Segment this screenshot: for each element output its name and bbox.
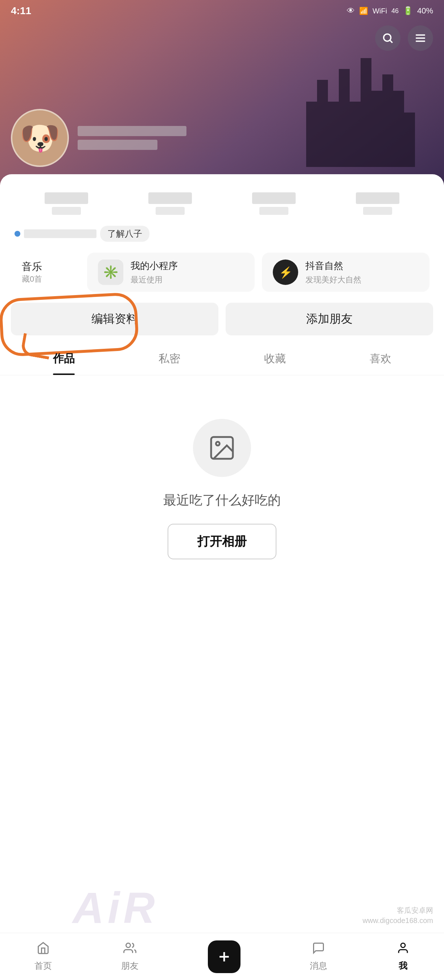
stats-row	[0, 185, 444, 222]
tab-private[interactable]: 私密	[116, 343, 222, 375]
svg-point-6	[216, 442, 219, 445]
friends-icon	[123, 942, 136, 958]
stat-likes-label	[259, 207, 289, 215]
music-widget[interactable]: 音乐 藏0首	[11, 253, 83, 292]
wifi-icon: WiFi	[373, 7, 387, 15]
stat-followers-label	[155, 207, 185, 215]
mini-app-1-icon: ✳️	[98, 259, 123, 285]
svg-line-1	[390, 41, 392, 43]
note-tag[interactable]: 了解八子	[100, 226, 149, 242]
search-button[interactable]	[375, 25, 400, 51]
nav-friends-label: 朋友	[121, 960, 139, 972]
mini-app-2[interactable]: ⚡ 抖音自然 发现美好大自然	[262, 253, 430, 292]
user-info-row: 🐶	[11, 109, 186, 167]
eye-icon: 👁	[347, 6, 355, 16]
username-blur	[78, 126, 186, 136]
mini-app-2-info: 抖音自然 发现美好大自然	[305, 259, 361, 285]
status-icons: 👁 📶 WiFi 46 🔋 40%	[347, 6, 433, 16]
watermark-line2: 客瓜安卓网	[362, 905, 433, 915]
edit-profile-button[interactable]: 编辑资料	[11, 303, 218, 336]
tab-likes[interactable]: 喜欢	[328, 343, 433, 375]
mini-app-2-desc: 发现美好大自然	[305, 274, 361, 285]
stat-likes[interactable]	[222, 192, 326, 215]
empty-state: 最近吃了什么好吃的 打开相册	[0, 375, 444, 589]
avatar[interactable]: 🐶	[11, 109, 69, 167]
air-watermark: AiR	[73, 883, 159, 933]
empty-text: 最近吃了什么好吃的	[163, 492, 281, 509]
mini-app-1-desc: 最近使用	[131, 274, 178, 285]
add-friend-button[interactable]: 添加朋友	[226, 303, 433, 336]
nav-plus[interactable]	[208, 940, 241, 973]
stat-following-value	[44, 192, 88, 204]
mini-apps-row: 音乐 藏0首 ✳️ 我的小程序 最近使用 ⚡ 抖音自然 发现美好大自然	[0, 249, 444, 296]
note-text-blur	[24, 229, 97, 238]
stat-works[interactable]	[326, 192, 430, 215]
music-sub: 藏0首	[22, 274, 73, 285]
stat-followers-value	[148, 192, 192, 204]
svg-point-7	[126, 943, 131, 948]
profile-note: 了解八子	[0, 222, 444, 249]
open-album-button[interactable]: 打开相册	[168, 524, 276, 559]
stat-following-label	[52, 207, 81, 215]
signal-icon: 📶	[359, 6, 368, 15]
home-icon	[36, 942, 50, 958]
nav-home-label: 首页	[35, 960, 52, 972]
nav-messages-label: 消息	[310, 960, 327, 972]
user-id-blur	[78, 140, 157, 150]
header-top-icons	[375, 25, 433, 51]
stat-followers[interactable]	[118, 192, 222, 215]
stat-works-label	[363, 207, 392, 215]
mini-app-1-info: 我的小程序 最近使用	[131, 259, 178, 285]
user-name-area	[78, 126, 186, 150]
battery-percent: 40%	[417, 6, 433, 16]
tab-favorites[interactable]: 收藏	[222, 343, 328, 375]
tabs-row: 作品 私密 收藏 喜欢	[0, 343, 444, 375]
message-icon	[312, 942, 325, 958]
nav-me-label: 我	[399, 960, 408, 972]
main-card: 了解八子 音乐 藏0首 ✳️ 我的小程序 最近使用 ⚡	[0, 174, 444, 599]
status-time: 4:11	[11, 5, 31, 17]
stat-likes-value	[252, 192, 296, 204]
status-bar: 4:11 👁 📶 WiFi 46 🔋 40%	[0, 0, 444, 22]
nav-home[interactable]: 首页	[35, 942, 52, 972]
header-banner: 4:11 👁 📶 WiFi 46 🔋 40%	[0, 0, 444, 189]
mini-app-1-name: 我的小程序	[131, 259, 178, 272]
empty-icon-circle	[193, 419, 251, 477]
me-icon	[396, 942, 409, 958]
nav-me[interactable]: 我	[396, 942, 409, 972]
stat-works-value	[356, 192, 400, 204]
music-title: 音乐	[22, 260, 73, 274]
network-icon: 46	[392, 7, 399, 15]
nav-friends[interactable]: 朋友	[121, 942, 139, 972]
watermark-line1: www.digcode168.com	[362, 915, 433, 926]
mini-app-2-name: 抖音自然	[305, 259, 361, 272]
svg-point-10	[401, 943, 405, 948]
mini-app-2-icon: ⚡	[273, 259, 298, 285]
menu-button[interactable]	[408, 25, 433, 51]
mini-app-1[interactable]: ✳️ 我的小程序 最近使用	[87, 253, 255, 292]
note-dot	[14, 231, 20, 237]
action-buttons-row: 编辑资料 添加朋友	[0, 296, 444, 343]
battery-icon: 🔋	[403, 6, 413, 16]
svg-point-0	[384, 34, 391, 41]
bottom-nav: 首页 朋友	[0, 933, 444, 980]
plus-button[interactable]	[208, 940, 241, 973]
stat-following[interactable]	[14, 192, 118, 215]
nav-messages[interactable]: 消息	[310, 942, 327, 972]
tab-works[interactable]: 作品	[11, 343, 116, 375]
watermark: 客瓜安卓网 www.digcode168.com	[362, 905, 433, 926]
